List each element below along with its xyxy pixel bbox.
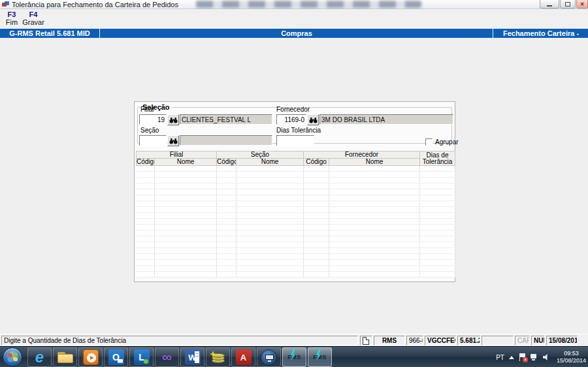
grid-row[interactable] — [137, 189, 455, 195]
status-terminal: 966-0 — [406, 336, 423, 345]
grid-cell — [155, 178, 217, 184]
grid-cell — [155, 266, 217, 272]
grid-cell — [237, 178, 304, 184]
folder-icon — [57, 352, 73, 363]
grid-row[interactable] — [137, 231, 455, 236]
grid-row[interactable] — [137, 184, 455, 189]
grid-cell — [237, 201, 304, 207]
grid-cell — [137, 219, 155, 225]
grid-row[interactable] — [137, 248, 455, 254]
action-center-flag-icon[interactable]: × — [519, 353, 526, 361]
grid-row[interactable] — [137, 213, 455, 219]
taskbar-remote-button[interactable] — [257, 347, 281, 367]
volume-icon[interactable] — [543, 354, 550, 361]
taskbar-word-button[interactable]: W — [180, 347, 204, 367]
grid-cell — [329, 207, 420, 213]
status-doc-cell[interactable] — [360, 336, 372, 345]
grid-cell — [155, 272, 217, 278]
grid-cell — [420, 184, 455, 189]
grid-cell — [420, 213, 455, 219]
grid-cell — [137, 225, 155, 231]
grid-cell — [420, 172, 455, 178]
grid-row[interactable] — [137, 178, 455, 184]
grid-row[interactable] — [137, 242, 455, 248]
taskbar-ie-button[interactable]: e — [27, 347, 52, 367]
grid-cell — [420, 219, 455, 225]
grid-cell — [329, 225, 420, 231]
grid-row[interactable] — [137, 172, 455, 178]
grid-cell — [137, 248, 155, 254]
grid-body[interactable] — [137, 166, 455, 278]
taskbar-fms-button-1[interactable]: FMS — [282, 347, 306, 367]
grid-row[interactable] — [137, 260, 455, 266]
grid-cell — [155, 236, 217, 242]
grid-row[interactable] — [137, 201, 455, 207]
minimize-button[interactable] — [540, 0, 559, 8]
taskbar-infinity-app-button[interactable]: ∞ — [155, 347, 179, 367]
filial-search-button[interactable] — [167, 114, 179, 125]
window-titlebar[interactable]: Tolerância para Fechamento da Carteira d… — [0, 0, 588, 9]
grid-row[interactable] — [137, 166, 455, 172]
network-icon[interactable] — [531, 354, 538, 361]
taskbar-mediaplayer-button[interactable] — [78, 347, 103, 367]
grid-cell — [155, 242, 217, 248]
binoculars-icon — [169, 117, 178, 123]
tolerance-grid[interactable]: Filial Seção Fornecedor Dias de Tolerânc… — [136, 151, 455, 278]
grid-row[interactable] — [137, 225, 455, 231]
statusbar: Digite a Quantidade de Dias de Tolerânci… — [0, 334, 588, 346]
agrupar-checkbox[interactable] — [425, 138, 433, 146]
dias-tolerancia-input[interactable] — [276, 135, 314, 146]
grid-cell — [304, 178, 329, 184]
taskbar-lync-button[interactable]: L — [129, 347, 154, 367]
content-area: Seleção Filial Fornecedor Seção Dias Tol — [0, 38, 588, 334]
grid-row[interactable] — [137, 254, 455, 260]
fkey-action-label: Gravar — [21, 18, 46, 26]
fkey-label: F4 — [21, 10, 46, 18]
internet-explorer-icon: e — [35, 349, 44, 365]
start-button[interactable] — [3, 347, 22, 367]
grid-cell — [420, 178, 455, 184]
tray-clock[interactable]: 09:53 15/08/2014 — [557, 350, 586, 364]
close-button[interactable]: ✕ — [576, 0, 588, 8]
grid-row[interactable] — [137, 219, 455, 225]
grid-row[interactable] — [137, 272, 455, 278]
grid-row[interactable] — [137, 236, 455, 242]
grid-cell — [155, 225, 217, 231]
grid-cell — [329, 189, 420, 195]
grid-col-codigo: Código — [304, 159, 329, 166]
grid-cell — [237, 231, 304, 236]
taskbar-finance-button[interactable]: + — [206, 347, 230, 367]
grid-cell — [329, 184, 420, 189]
app-header-bar: G-RMS Retail 5.681 MID Compras Fechament… — [0, 29, 588, 38]
status-num: NUM — [531, 336, 545, 345]
language-indicator[interactable]: PT — [496, 354, 504, 361]
grid-cell — [137, 213, 155, 219]
maximize-button[interactable] — [560, 0, 576, 8]
grid-row[interactable] — [137, 266, 455, 272]
grid-cell — [137, 178, 155, 184]
taskbar-outlook-button[interactable]: O — [104, 347, 128, 367]
coins-plus-icon: + — [210, 350, 226, 364]
close-icon: ✕ — [580, 1, 585, 7]
grid-cell — [137, 231, 155, 236]
grid-cell — [155, 207, 217, 213]
secao-code-input[interactable] — [139, 135, 167, 146]
grid-cell — [237, 272, 304, 278]
taskbar-fms-button-2[interactable]: FMS — [308, 347, 332, 367]
toolbar-button-fim[interactable]: F3 Fim — [3, 10, 21, 28]
toolbar-button-gravar[interactable]: F4 Gravar — [21, 10, 46, 28]
grid-cell — [304, 166, 329, 172]
show-hidden-icons-chevron[interactable] — [509, 356, 514, 359]
fornecedor-code-input[interactable] — [276, 114, 306, 125]
grid-row[interactable] — [137, 207, 455, 213]
app-version-label: G-RMS Retail 5.681 MID — [0, 29, 100, 38]
secao-search-button[interactable] — [167, 135, 179, 146]
taskbar-explorer-button[interactable] — [53, 347, 77, 367]
fms-icon: FMS — [287, 354, 301, 360]
agrupar-checkbox-row[interactable]: Agrupar — [425, 138, 459, 146]
taskbar-adobe-button[interactable]: A — [231, 347, 255, 367]
fornecedor-search-button[interactable] — [307, 114, 319, 125]
grid-group-secao: Seção — [217, 152, 304, 159]
filial-code-input[interactable] — [139, 114, 167, 125]
grid-row[interactable] — [137, 195, 455, 201]
